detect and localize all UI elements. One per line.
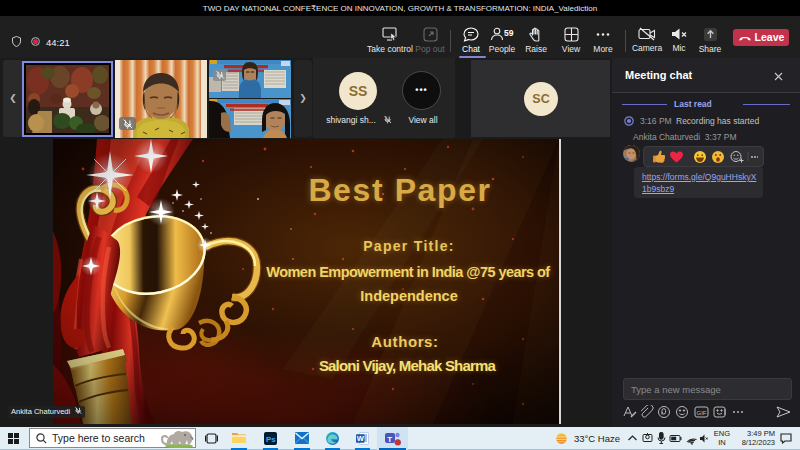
svg-text:Ps: Ps [266,435,276,444]
svg-text:GIF: GIF [697,410,707,416]
svg-text:W: W [357,434,365,443]
svg-text:T: T [387,435,392,444]
